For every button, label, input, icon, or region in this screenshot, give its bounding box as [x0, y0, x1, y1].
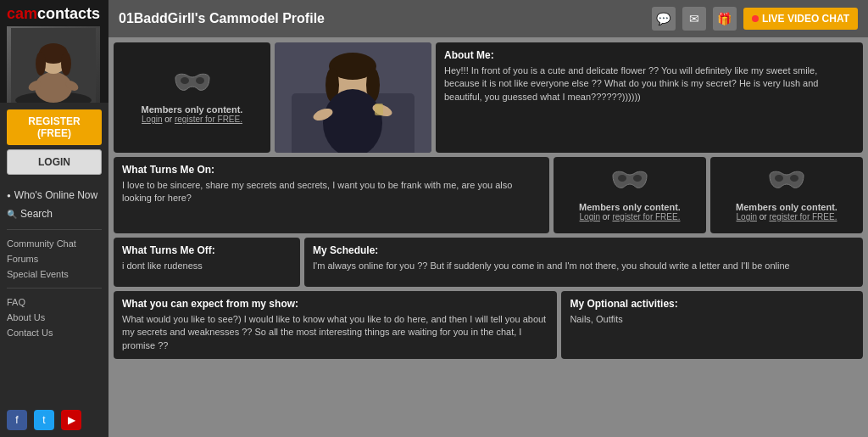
- schedule-card: My Schedule: I'm always online for you ?…: [304, 238, 863, 287]
- register-link-2[interactable]: register for FREE.: [612, 212, 680, 221]
- optional-heading: My Optional activities:: [570, 298, 854, 310]
- chat-icon[interactable]: 💬: [652, 7, 676, 31]
- sidebar-item-about-us[interactable]: About Us: [7, 311, 102, 324]
- logo[interactable]: camcontacts: [7, 5, 100, 23]
- main-content: 01BaddGirll's Cammodel Profile 💬 ✉ 🎁 LIV…: [108, 0, 868, 437]
- youtube-icon[interactable]: ▶: [61, 410, 81, 430]
- sidebar: camcontacts: [0, 0, 108, 437]
- members-only-label-2: Members only content.: [579, 202, 681, 212]
- content-area: Members only content. Login or register …: [108, 37, 868, 437]
- search-icon: 🔍: [7, 210, 17, 219]
- sidebar-item-whos-online[interactable]: ● Who's Online Now: [7, 187, 102, 204]
- gift-icon[interactable]: 🎁: [713, 7, 737, 31]
- svg-point-9: [181, 77, 189, 84]
- members-login-link-2: Login or register for FREE.: [580, 212, 681, 221]
- sidebar-item-search[interactable]: 🔍 Search: [7, 205, 102, 222]
- mail-icon[interactable]: ✉: [682, 7, 706, 31]
- members-login-link-1: Login or register for FREE.: [142, 115, 242, 124]
- page-title: 01BaddGirll's Cammodel Profile: [119, 11, 325, 26]
- schedule-heading: My Schedule:: [313, 244, 854, 256]
- about-text: Hey!!! In front of you is a cute and del…: [444, 64, 854, 104]
- row-2: What Turns Me On: I love to be sincere, …: [114, 157, 863, 233]
- svg-point-10: [196, 77, 204, 84]
- sidebar-item-community-chat[interactable]: Community Chat: [7, 237, 102, 250]
- login-link-1[interactable]: Login: [142, 115, 162, 124]
- login-link-3[interactable]: Login: [737, 212, 757, 221]
- register-button[interactable]: REGISTER (FREE): [7, 109, 102, 145]
- facebook-icon[interactable]: f: [7, 410, 27, 430]
- row-1: Members only content. Login or register …: [114, 42, 863, 153]
- live-indicator-dot: [752, 15, 759, 22]
- members-only-card-2: Members only content. Login or register …: [554, 157, 706, 233]
- register-link-1[interactable]: register for FREE.: [175, 115, 242, 124]
- mask-icon-2: [611, 169, 648, 199]
- schedule-text: I'm always online for you ?? But if sudd…: [313, 260, 854, 272]
- show-text: What would you like to see?) I would lik…: [122, 313, 548, 352]
- sidebar-item-forums[interactable]: Forums: [7, 252, 102, 266]
- login-link-2[interactable]: Login: [580, 212, 600, 221]
- svg-point-6: [61, 52, 71, 76]
- sidebar-nav: ● Who's Online Now 🔍 Search Community Ch…: [0, 182, 108, 403]
- optional-card: My Optional activities: Nails, Outfits: [561, 291, 863, 359]
- members-only-card-1: Members only content. Login or register …: [114, 42, 270, 153]
- members-only-label-1: Members only content.: [142, 104, 243, 115]
- register-link-3[interactable]: register for FREE.: [769, 212, 837, 221]
- svg-point-24: [790, 175, 798, 182]
- sidebar-avatar: [7, 26, 100, 103]
- sidebar-item-faq[interactable]: FAQ: [7, 295, 102, 309]
- mask-icon-1: [174, 71, 211, 101]
- logo-area: camcontacts: [0, 0, 108, 103]
- sidebar-footer: f t ▶: [0, 403, 108, 437]
- live-video-chat-button[interactable]: LIVE VIDEO CHAT: [743, 8, 858, 30]
- main-header: 01BaddGirll's Cammodel Profile 💬 ✉ 🎁 LIV…: [108, 0, 868, 37]
- members-only-label-3: Members only content.: [736, 202, 837, 212]
- svg-point-2: [35, 72, 72, 103]
- members-login-link-3: Login or register for FREE.: [737, 212, 837, 221]
- members-only-card-3: Members only content. Login or register …: [710, 157, 863, 233]
- sidebar-item-special-events[interactable]: Special Events: [7, 267, 102, 281]
- turns-off-text: i dont like rudeness: [122, 260, 292, 272]
- profile-photo: [275, 42, 431, 153]
- turns-off-heading: What Turns Me Off:: [122, 244, 292, 256]
- show-card: What you can expect from my show: What w…: [114, 291, 557, 359]
- svg-point-23: [775, 175, 783, 182]
- row-3: What Turns Me Off: i dont like rudeness …: [114, 238, 863, 287]
- svg-point-5: [36, 52, 46, 76]
- about-heading: About Me:: [444, 49, 854, 61]
- row-4: What you can expect from my show: What w…: [114, 291, 863, 359]
- svg-rect-20: [375, 104, 383, 115]
- photo-placeholder: [275, 42, 431, 153]
- sidebar-item-contact-us[interactable]: Contact Us: [7, 326, 102, 339]
- login-button[interactable]: LOGIN: [7, 149, 102, 175]
- optional-text: Nails, Outfits: [570, 313, 854, 326]
- svg-point-22: [633, 175, 642, 182]
- turns-on-card: What Turns Me On: I love to be sincere, …: [114, 157, 549, 233]
- turns-off-card: What Turns Me Off: i dont like rudeness: [114, 238, 300, 287]
- about-me-card: About Me: Hey!!! In front of you is a cu…: [436, 42, 863, 153]
- mask-icon-3: [768, 169, 805, 199]
- header-actions: 💬 ✉ 🎁 LIVE VIDEO CHAT: [652, 7, 858, 31]
- show-heading: What you can expect from my show:: [122, 298, 548, 310]
- sidebar-buttons: REGISTER (FREE) LOGIN: [0, 103, 108, 182]
- svg-point-21: [618, 175, 626, 182]
- circle-icon: ●: [7, 192, 11, 199]
- turns-on-heading: What Turns Me On:: [122, 164, 541, 176]
- turns-on-text: I love to be sincere, share my secrets a…: [122, 179, 541, 205]
- twitter-icon[interactable]: t: [34, 410, 54, 430]
